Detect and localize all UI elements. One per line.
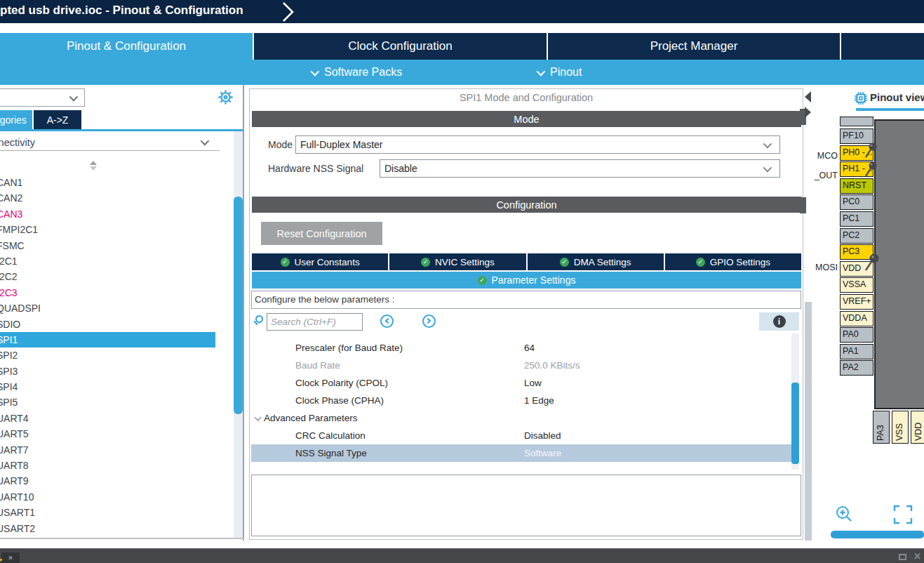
pin-nrst[interactable]: NRST xyxy=(840,178,873,194)
hardware-nss-select[interactable]: Disable xyxy=(380,159,780,178)
pinout-hscrollbar-thumb[interactable] xyxy=(831,531,924,538)
reset-configuration-button[interactable]: Reset Configuration xyxy=(261,222,382,245)
zoom-in-icon[interactable] xyxy=(835,505,855,524)
list-item[interactable]: CAN2 xyxy=(0,190,234,206)
splitter-collapse-right-arrow[interactable] xyxy=(805,107,811,118)
param-row[interactable]: Baud Rate250.0 KBits/s xyxy=(251,357,791,374)
list-item[interactable]: SPI3 xyxy=(0,364,234,379)
chevron-down-icon xyxy=(763,164,772,173)
pin-vssa[interactable]: VSSA xyxy=(840,277,873,293)
software-packs-menu[interactable]: Software Packs xyxy=(311,60,402,85)
list-item[interactable]: QUADSPI xyxy=(0,300,234,316)
mode-select[interactable]: Full-Duplex Master xyxy=(295,135,780,154)
divider xyxy=(0,150,220,151)
sidebar-search-combo[interactable] xyxy=(0,88,85,107)
pushpin-icon xyxy=(863,160,878,178)
chevron-down-icon xyxy=(69,93,79,102)
gear-icon[interactable] xyxy=(217,89,234,105)
sort-icon[interactable] xyxy=(90,161,97,171)
list-item[interactable]: CAN1 xyxy=(0,175,234,190)
list-item-selected-spi1[interactable]: SPI1 xyxy=(0,332,215,347)
sidebar-border xyxy=(243,85,244,541)
nss-select-value: Disable xyxy=(384,163,417,174)
list-item[interactable]: UART7 xyxy=(0,442,234,458)
pinout-menu[interactable]: Pinout xyxy=(537,60,582,85)
list-item[interactable]: SPI4 xyxy=(0,379,234,395)
tab-clock-configuration[interactable]: Clock Configuration xyxy=(254,33,547,60)
list-item[interactable]: UART9 xyxy=(0,473,234,489)
search-next-button[interactable] xyxy=(422,314,436,328)
pin-pc1[interactable]: PC1 xyxy=(840,211,873,227)
param-group-row[interactable]: Clock Parameters xyxy=(251,333,791,339)
list-item[interactable]: SPI5 xyxy=(0,395,234,410)
list-item[interactable]: CAN3 xyxy=(0,206,234,222)
close-icon[interactable]: ✕ xyxy=(913,551,921,562)
info-button-area[interactable]: i xyxy=(759,312,799,331)
splitter-collapse-left-arrow[interactable] xyxy=(805,91,811,102)
tab-label: Parameter Settings xyxy=(492,274,576,286)
tab-project-manager[interactable]: Project Manager xyxy=(548,33,840,60)
list-item[interactable]: UART4 xyxy=(0,411,234,426)
pin-pa2[interactable]: PA2 xyxy=(840,360,873,376)
pin-vref[interactable]: VREF+ xyxy=(840,294,873,310)
info-icon: i xyxy=(773,315,786,328)
pin-pc0[interactable]: PC0 xyxy=(840,194,873,210)
pin-pa0[interactable]: PA0 xyxy=(840,327,873,343)
panel-splitter[interactable] xyxy=(805,302,812,541)
nss-field-label: Hardware NSS Signal xyxy=(268,163,363,174)
check-icon: ✓ xyxy=(560,258,569,267)
tab-a-to-z[interactable]: A->Z xyxy=(34,110,81,129)
param-row[interactable]: Clock Phase (CPHA)1 Edge xyxy=(251,392,791,409)
signal-label-mco: MCO xyxy=(812,151,838,161)
tab-categories[interactable]: Categories xyxy=(0,110,32,129)
param-group-row[interactable]: Advanced Parameters xyxy=(251,409,791,427)
pin-vdda[interactable]: VDDA xyxy=(840,311,873,326)
list-item[interactable]: I2C2 xyxy=(0,269,234,284)
list-item[interactable]: I2C1 xyxy=(0,253,234,269)
tab-user-constants[interactable]: ✓User Constants xyxy=(252,253,388,270)
tab-nvic-settings[interactable]: ✓NVIC Settings xyxy=(389,253,525,270)
tab-label: NVIC Settings xyxy=(435,257,495,267)
console-tab-icon[interactable]: ✕ xyxy=(1,552,20,563)
pin-partial[interactable] xyxy=(840,117,873,126)
pin-vss[interactable]: VSS xyxy=(892,411,909,444)
list-item[interactable]: SPI2 xyxy=(0,347,234,363)
chevron-down-icon[interactable] xyxy=(201,137,210,146)
search-input[interactable] xyxy=(267,313,363,331)
param-row[interactable]: CRC CalculationDisabled xyxy=(251,427,791,444)
connectivity-group-label[interactable]: Connectivity xyxy=(0,137,35,148)
param-row-selected-nss-signal-type[interactable]: NSS Signal TypeSoftware xyxy=(251,444,791,462)
pin-pa3[interactable]: PA3 xyxy=(873,411,890,444)
tab-parameter-settings[interactable]: ✓Parameter Settings xyxy=(252,272,801,289)
pinout-view-underline xyxy=(856,108,924,111)
list-item[interactable]: UART5 xyxy=(0,426,234,442)
parameters-scrollbar-thumb[interactable] xyxy=(791,383,799,464)
search-prev-button[interactable] xyxy=(380,314,394,328)
list-item[interactable]: I2C3 xyxy=(0,285,234,300)
list-item[interactable]: FMPI2C1 xyxy=(0,222,234,237)
pin-pa1[interactable]: PA1 xyxy=(840,344,873,359)
sort-down-arrow xyxy=(90,166,97,171)
list-item[interactable]: USART1 xyxy=(0,505,234,520)
list-item[interactable]: USART2 xyxy=(0,521,234,536)
tab-dma-settings[interactable]: ✓DMA Settings xyxy=(528,253,664,270)
pin-vdd-bottom[interactable]: VDD xyxy=(911,411,924,444)
sidebar-scrollbar-thumb[interactable] xyxy=(234,197,243,414)
list-item[interactable]: UART10 xyxy=(0,489,234,505)
tab-empty xyxy=(841,33,924,60)
expand-icon[interactable] xyxy=(893,505,913,524)
param-row[interactable]: Prescaler (for Baud Rate)64 xyxy=(251,339,791,357)
param-row[interactable]: Clock Polarity (CPOL)Low xyxy=(251,374,791,392)
pinout-view-title[interactable]: Pinout view xyxy=(870,91,924,103)
tab-pinout-configuration[interactable]: Pinout & Configuration xyxy=(0,33,253,60)
tab-gpio-settings[interactable]: ✓GPIO Settings xyxy=(665,253,801,270)
pin-pc2[interactable]: PC2 xyxy=(840,228,873,244)
list-item[interactable]: SDIO xyxy=(0,317,234,332)
sidebar-border xyxy=(0,538,244,539)
pushpin-icon xyxy=(863,252,881,272)
config-tabs: ✓User Constants ✓NVIC Settings ✓DMA Sett… xyxy=(252,253,801,270)
group-label: Advanced Parameters xyxy=(264,409,358,427)
list-item[interactable]: UART8 xyxy=(0,458,234,473)
list-item[interactable]: FSMC xyxy=(0,238,234,253)
restore-icon[interactable] xyxy=(899,554,906,560)
